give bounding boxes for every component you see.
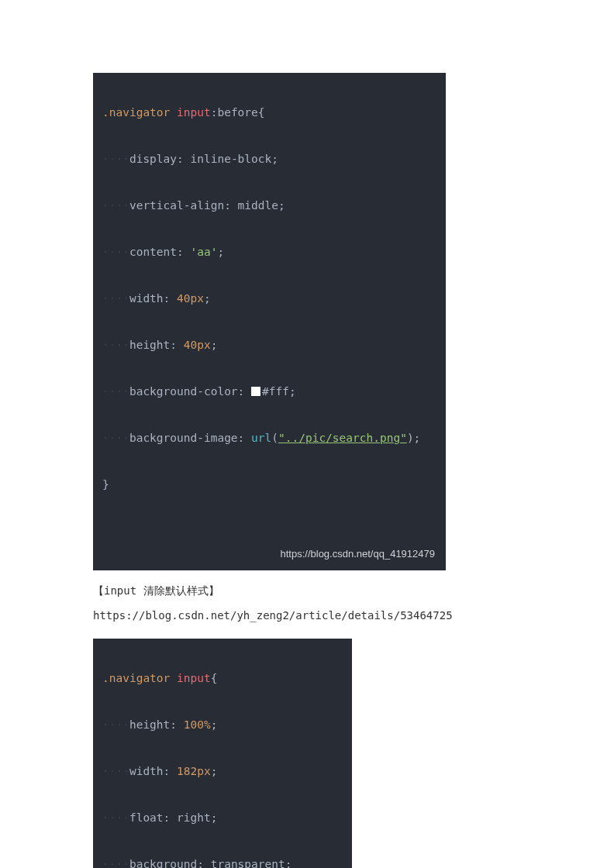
- selector-class: .navigator: [102, 106, 170, 119]
- watermark: https://blog.csdn.net/qq_41912479: [281, 542, 436, 566]
- code-block-2: .navigator input{ ····height: 100%; ····…: [93, 639, 352, 868]
- selector-tag: input: [177, 106, 211, 119]
- selector-pseudo: :before: [211, 106, 258, 119]
- para-input-clear: 【input 清除默认样式】: [93, 584, 614, 598]
- link-input-clear: https://blog.csdn.net/yh_zeng2/article/d…: [93, 609, 614, 622]
- color-swatch-icon: [251, 387, 260, 396]
- code-block-1: .navigator input:before{ ····display: in…: [93, 73, 446, 570]
